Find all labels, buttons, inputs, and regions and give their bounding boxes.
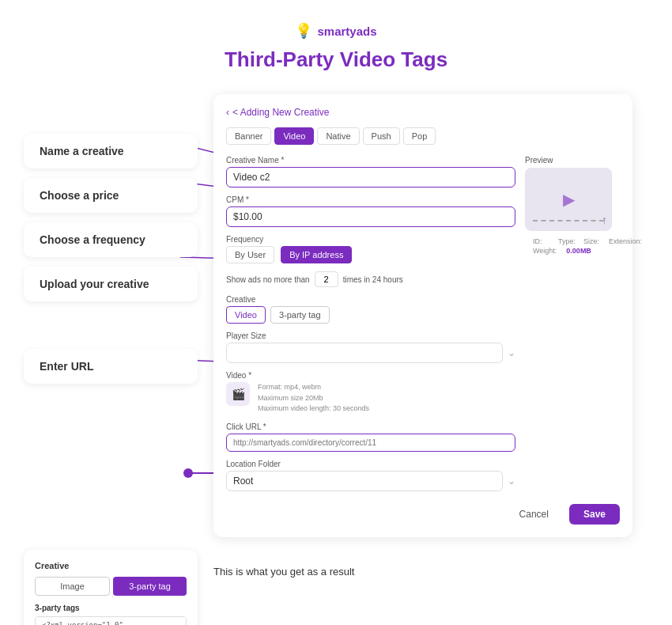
page-container: 💡 smartyads Third-Party Video Tags Name …	[0, 0, 672, 625]
tab-banner[interactable]: Banner	[226, 127, 271, 145]
creative-name-label: Creative Name *	[226, 156, 515, 165]
freq-by-ip[interactable]: By IP address	[281, 246, 352, 263]
video-label: Video *	[226, 371, 515, 380]
result-section: This is what you get as a result	[213, 566, 474, 590]
bottom-section: Creative Image 3-party tag 3-party tags …	[0, 550, 672, 626]
preview-label: Preview	[525, 156, 620, 165]
bottom-tag-btn[interactable]: 3-party tag	[113, 577, 187, 596]
creative-toggle: Video 3-party tag	[226, 306, 515, 324]
times-text: times in 24 hours	[343, 275, 403, 284]
result-text: This is what you get as a result	[213, 566, 354, 578]
tabs-row: Banner Video Native Push Pop	[226, 127, 620, 145]
cancel-button[interactable]: Cancel	[507, 504, 561, 525]
times-count-input[interactable]	[315, 271, 338, 287]
bottom-card-title: Creative	[35, 561, 187, 570]
cpm-row: CPM *	[226, 195, 515, 227]
result-text-row: This is what you get as a result	[213, 566, 354, 578]
player-size-row: Player Size ⌄	[226, 331, 515, 363]
weight-value: 0.00MB	[566, 247, 591, 255]
click-url-input[interactable]	[226, 434, 515, 452]
tab-pop[interactable]: Pop	[403, 127, 436, 145]
creative-name-input[interactable]	[226, 167, 515, 188]
play-icon: ▶	[563, 190, 575, 209]
type-label: Type:	[558, 237, 574, 245]
show-ads-text: Show ads no more than	[226, 275, 310, 284]
creative-video-btn[interactable]: Video	[226, 306, 266, 324]
video-upload-icon[interactable]: 🎬	[226, 382, 250, 406]
form-left: Creative Name * CPM * Frequency	[226, 156, 515, 498]
id-label: ID:	[533, 237, 549, 245]
bottom-card: Creative Image 3-party tag 3-party tags …	[24, 550, 198, 626]
page-title: Third-Party Video Tags	[0, 47, 672, 72]
form-right: Preview ▶ ↑ ID: Type: Size:	[525, 156, 620, 498]
size-label: Size:	[583, 237, 599, 245]
location-chevron: ⌄	[508, 475, 515, 487]
location-row: Location Folder ⌄	[226, 460, 515, 491]
video-upload-row: 🎬 Format: mp4, webm Maximum size 20Mb Ma…	[226, 382, 515, 415]
form-actions: Cancel Save	[226, 504, 620, 525]
player-size-input[interactable]	[226, 343, 503, 363]
step-frequency[interactable]: Choose a frequency	[24, 222, 198, 257]
info-row-id: ID: Type: Size: Extension:	[533, 237, 620, 245]
video-hint: Format: mp4, webm Maximum size 20Mb Maxi…	[258, 382, 369, 415]
frequency-label: Frequency	[226, 235, 515, 244]
video-hint-2: Maximum size 20Mb	[258, 393, 369, 404]
logo-icon: 💡	[295, 22, 312, 40]
bottom-creative-toggle: Image 3-party tag	[35, 577, 187, 596]
step-url[interactable]: Enter URL	[24, 349, 198, 384]
back-link[interactable]: ‹ < Adding New Creative	[226, 107, 620, 118]
click-url-label: Click URL *	[226, 422, 515, 431]
frequency-options: By User By IP address	[226, 246, 515, 263]
header: 💡 smartyads Third-Party Video Tags	[0, 0, 672, 94]
preview-box: ▶ ↑	[525, 168, 612, 231]
bottom-image-btn[interactable]: Image	[35, 577, 110, 596]
cpm-input[interactable]	[226, 206, 515, 227]
step-upload[interactable]: Upload your creative	[24, 267, 198, 301]
logo-area: 💡 smartyads	[0, 22, 672, 40]
video-row: Video * 🎬 Format: mp4, webm Maximum size…	[226, 371, 515, 415]
main-content: Name a creative Choose a price Choose a …	[0, 94, 672, 537]
weight-label: Weight:	[533, 247, 557, 255]
frequency-row: Frequency By User By IP address Show ads…	[226, 235, 515, 287]
location-input[interactable]	[226, 471, 503, 491]
info-table: ID: Type: Size: Extension: Weight: 0.00M…	[533, 237, 620, 255]
video-hint-1: Format: mp4, webm	[258, 382, 369, 393]
back-arrow: ‹	[226, 107, 229, 118]
film-icon: 🎬	[232, 388, 245, 400]
creative-section-label: Creative	[226, 295, 515, 304]
player-size-chevron: ⌄	[508, 347, 515, 358]
tab-push[interactable]: Push	[363, 127, 400, 145]
logo-text: smartyads	[317, 25, 376, 38]
tab-native[interactable]: Native	[317, 127, 359, 145]
form-body: Creative Name * CPM * Frequency	[226, 156, 620, 498]
step-price[interactable]: Choose a price	[24, 178, 198, 213]
form-panel: ‹ < Adding New Creative Banner Video Nat…	[213, 94, 632, 537]
back-link-text: < Adding New Creative	[232, 107, 329, 118]
tab-video[interactable]: Video	[274, 127, 314, 145]
creative-name-row: Creative Name *	[226, 156, 515, 188]
save-button[interactable]: Save	[569, 504, 620, 525]
freq-by-user[interactable]: By User	[226, 246, 274, 263]
tags-label: 3-party tags	[35, 604, 187, 612]
form-column: ‹ < Adding New Creative Banner Video Nat…	[213, 94, 632, 537]
location-label: Location Folder	[226, 460, 515, 468]
cpm-label: CPM *	[226, 195, 515, 204]
extension-label: Extension:	[609, 237, 625, 245]
step-name[interactable]: Name a creative	[24, 134, 198, 169]
creative-row: Creative Video 3-party tag	[226, 295, 515, 324]
video-hint-3: Maximum video length: 30 seconds	[258, 403, 369, 415]
click-url-row: Click URL *	[226, 422, 515, 452]
player-size-label: Player Size	[226, 331, 515, 340]
tags-input[interactable]: <?xml version="1.0" encoding="UTF-8" sta…	[35, 616, 187, 626]
steps-column: Name a creative Choose a price Choose a …	[24, 94, 198, 537]
creative-tag-btn[interactable]: 3-party tag	[270, 306, 330, 324]
info-row-weight: Weight: 0.00MB	[533, 247, 620, 255]
